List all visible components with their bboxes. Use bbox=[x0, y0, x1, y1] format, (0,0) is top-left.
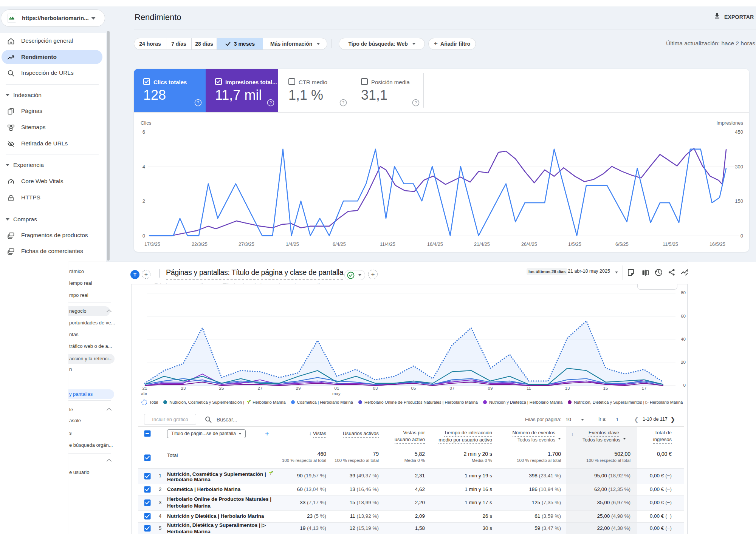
svg-text:?: ? bbox=[270, 100, 272, 105]
svg-text:?: ? bbox=[197, 100, 199, 105]
svg-text:?: ? bbox=[415, 100, 417, 105]
svg-text:?: ? bbox=[342, 100, 344, 105]
